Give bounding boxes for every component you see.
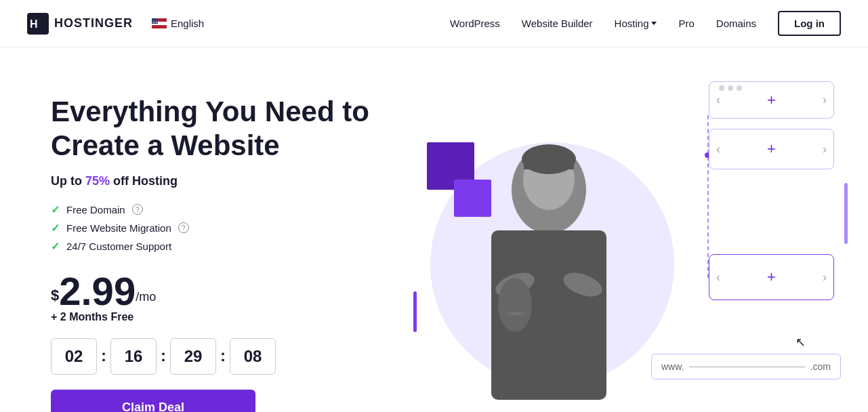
purple-square-small [454, 180, 491, 217]
price-number: 2.99 [59, 272, 136, 311]
hero-illustration: ~tattoo~ ‹ + › ‹ [390, 75, 841, 400]
login-button[interactable]: Log in [778, 11, 841, 36]
nav-domains[interactable]: Domains [716, 18, 756, 29]
url-bar[interactable]: www. .com [651, 354, 841, 379]
card-nav-right[interactable]: › [823, 93, 827, 107]
ui-card-2: ‹ + › [709, 129, 834, 169]
hero-left: Everything You Need to Create a Website … [51, 88, 390, 412]
nav-left: H HOSTINGER ★★★ English [27, 13, 204, 35]
timer-ms: 08 [230, 338, 276, 375]
price-main: $ 2.99 /mo [51, 272, 390, 311]
url-www: www. [661, 361, 684, 372]
card3-plus: + [767, 268, 776, 286]
feature-free-domain: ✓ Free Domain ? [51, 203, 390, 216]
main-content: Everything You Need to Create a Website … [0, 47, 868, 412]
price-dollar: $ [51, 287, 59, 304]
logo[interactable]: H HOSTINGER [27, 13, 133, 35]
navbar: H HOSTINGER ★★★ English WordPress Websit… [0, 0, 868, 47]
timer-minutes: 16 [110, 338, 157, 375]
card2-nav-right[interactable]: › [823, 142, 827, 157]
nav-pro[interactable]: Pro [678, 18, 694, 29]
nav-wordpress[interactable]: WordPress [450, 18, 500, 29]
vertical-bar-right [844, 183, 848, 244]
timer-hours: 02 [51, 338, 97, 375]
svg-text:H: H [30, 18, 38, 30]
language-label: English [171, 18, 204, 29]
card-nav-left[interactable]: ‹ [716, 93, 720, 107]
browser-dot-2 [728, 85, 733, 91]
timer-sep-1: : [101, 346, 106, 367]
price-block: $ 2.99 /mo + 2 Months Free [51, 272, 390, 323]
flag-icon: ★★★ [152, 18, 167, 28]
url-com: .com [810, 361, 831, 372]
check-icon: ✓ [51, 203, 60, 216]
feature-free-migration: ✓ Free Website Migration ? [51, 222, 390, 234]
check-icon: ✓ [51, 222, 60, 234]
person-image: ~tattoo~ [451, 122, 647, 400]
logo-text: HOSTINGER [54, 16, 133, 30]
card2-nav-left[interactable]: ‹ [716, 142, 720, 157]
vertical-bar-left [413, 291, 417, 332]
price-mo: /mo [136, 290, 156, 304]
svg-point-11 [498, 278, 532, 332]
ui-card-top: ‹ + › [709, 81, 834, 119]
card3-nav-right[interactable]: › [823, 270, 827, 285]
headline: Everything You Need to Create a Website [51, 95, 390, 163]
url-underline [689, 367, 804, 367]
countdown-timer: 02 : 16 : 29 : 08 [51, 338, 390, 375]
info-icon-migration[interactable]: ? [178, 222, 189, 233]
cursor-icon: ↖ [795, 335, 806, 350]
card2-plus: + [767, 140, 776, 158]
language-selector[interactable]: ★★★ English [152, 18, 204, 29]
nav-website-builder[interactable]: Website Builder [522, 18, 593, 29]
discount-percent: 75% [85, 174, 110, 188]
svg-text:~tattoo~: ~tattoo~ [506, 310, 526, 316]
nav-right: WordPress Website Builder Hosting Pro Do… [450, 11, 841, 36]
timer-seconds: 29 [170, 338, 216, 375]
browser-dot-1 [719, 85, 724, 91]
timer-sep-3: : [220, 346, 226, 367]
browser-dot-3 [737, 85, 742, 91]
chevron-down-icon [651, 22, 657, 25]
svg-rect-4 [152, 25, 167, 28]
card3-nav-left[interactable]: ‹ [716, 270, 720, 285]
feature-support: ✓ 24/7 Customer Support [51, 240, 390, 253]
check-icon: ✓ [51, 240, 60, 253]
svg-text:★★★: ★★★ [152, 20, 161, 24]
claim-deal-button[interactable]: Claim Deal [51, 390, 255, 412]
ui-card-3: ‹ + › [709, 254, 834, 300]
card-plus-1: + [767, 91, 776, 109]
svg-rect-15 [524, 159, 574, 169]
nav-hosting[interactable]: Hosting [615, 18, 657, 29]
free-months: + 2 Months Free [51, 311, 390, 323]
timer-sep-2: : [161, 346, 166, 367]
logo-icon: H [27, 13, 49, 35]
discount-line: Up to 75% off Hosting [51, 174, 390, 188]
info-icon-domain[interactable]: ? [132, 204, 143, 215]
browser-dots [719, 85, 742, 91]
features-list: ✓ Free Domain ? ✓ Free Website Migration… [51, 203, 390, 253]
